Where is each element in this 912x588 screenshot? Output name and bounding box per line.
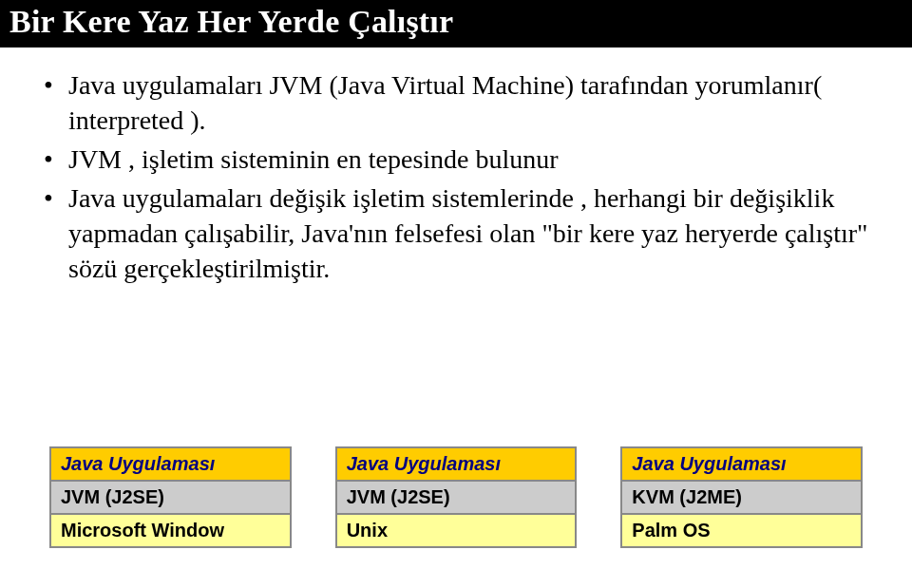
stack-os-label: Palm OS [621,514,862,547]
platform-stacks-row: Java Uygulaması JVM (J2SE) Microsoft Win… [49,446,863,548]
stack-os-label: Unix [336,514,577,547]
stack-app-label: Java Uygulaması [50,447,291,481]
stack-app-label: Java Uygulaması [336,447,577,481]
bullet-item: Java uygulamaları değişik işletim sistem… [42,181,870,287]
bullet-list: Java uygulamaları JVM (Java Virtual Mach… [42,68,870,287]
platform-stack-windows: Java Uygulaması JVM (J2SE) Microsoft Win… [49,446,292,548]
platform-stack-unix: Java Uygulaması JVM (J2SE) Unix [335,446,578,548]
stack-vm-label: JVM (J2SE) [50,481,291,514]
slide-body: Java uygulamaları JVM (Java Virtual Mach… [0,47,912,287]
stack-vm-label: KVM (J2ME) [621,481,862,514]
bullet-item: Java uygulamaları JVM (Java Virtual Mach… [42,68,870,139]
stack-vm-label: JVM (J2SE) [336,481,577,514]
platform-stack-palm: Java Uygulaması KVM (J2ME) Palm OS [620,446,863,548]
bullet-item: JVM , işletim sisteminin en tepesinde bu… [42,142,870,178]
slide-title: Bir Kere Yaz Her Yerde Çalıştır [0,0,912,47]
stack-app-label: Java Uygulaması [621,447,862,481]
stack-os-label: Microsoft Window [50,514,291,547]
